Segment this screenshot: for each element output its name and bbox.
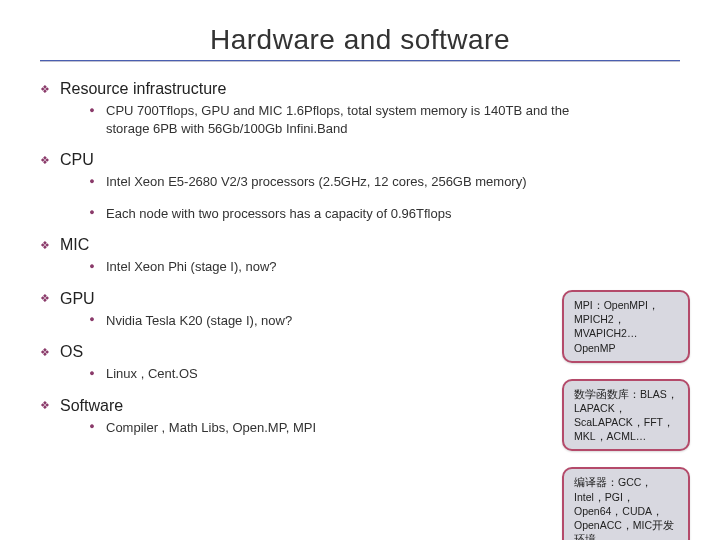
diamond-bullet-icon: ❖ <box>40 240 50 250</box>
subtext: Each node with two processors has a capa… <box>106 205 451 223</box>
subtext: Linux , Cent.OS <box>106 365 198 383</box>
list-item: ● CPU 700Tflops, GPU and MIC 1.6Pflops, … <box>88 102 680 137</box>
dot-bullet-icon: ● <box>88 106 96 114</box>
diamond-bullet-icon: ❖ <box>40 347 50 357</box>
subtext: CPU 700Tflops, GPU and MIC 1.6Pflops, to… <box>106 102 606 137</box>
diamond-bullet-icon: ❖ <box>40 84 50 94</box>
section-heading: GPU <box>60 290 95 308</box>
subtext: Intel Xeon E5-2680 V2/3 processors (2.5G… <box>106 173 527 191</box>
page-title: Hardware and software <box>40 24 680 56</box>
list-item: ● Intel Xeon Phi (stage I), now? <box>88 258 680 276</box>
info-box-mathlibs: 数学函数库：BLAS，LAPACK，ScaLAPACK，FFT，MKL，ACML… <box>562 379 690 452</box>
info-box-mpi: MPI：OpenMPI，MPICH2，MVAPICH2… OpenMP <box>562 290 690 363</box>
dot-bullet-icon: ● <box>88 369 96 377</box>
list-item: ● Intel Xeon E5-2680 V2/3 processors (2.… <box>88 173 680 191</box>
section-heading: OS <box>60 343 83 361</box>
subtext: Nvidia Tesla K20 (stage I), now? <box>106 312 292 330</box>
sublist: ● Intel Xeon E5-2680 V2/3 processors (2.… <box>40 173 680 222</box>
subtext: Compiler , Math Libs, Open.MP, MPI <box>106 419 316 437</box>
diamond-bullet-icon: ❖ <box>40 155 50 165</box>
content-area: ❖ Resource infrastructure ● CPU 700Tflop… <box>40 80 680 436</box>
sublist: ● Intel Xeon Phi (stage I), now? <box>40 258 680 276</box>
section-heading: MIC <box>60 236 89 254</box>
section-cpu: ❖ CPU ● Intel Xeon E5-2680 V2/3 processo… <box>40 151 680 222</box>
side-box-group: MPI：OpenMPI，MPICH2，MVAPICH2… OpenMP 数学函数… <box>562 290 690 540</box>
section-heading: Software <box>60 397 123 415</box>
diamond-bullet-icon: ❖ <box>40 401 50 411</box>
dot-bullet-icon: ● <box>88 423 96 431</box>
dot-bullet-icon: ● <box>88 209 96 217</box>
section-row: ❖ MIC <box>40 236 680 254</box>
title-underline <box>40 60 680 62</box>
slide: Hardware and software ❖ Resource infrast… <box>0 0 720 540</box>
section-resource: ❖ Resource infrastructure ● CPU 700Tflop… <box>40 80 680 137</box>
list-item: ● Each node with two processors has a ca… <box>88 205 680 223</box>
dot-bullet-icon: ● <box>88 177 96 185</box>
section-mic: ❖ MIC ● Intel Xeon Phi (stage I), now? <box>40 236 680 276</box>
sublist: ● CPU 700Tflops, GPU and MIC 1.6Pflops, … <box>40 102 680 137</box>
diamond-bullet-icon: ❖ <box>40 294 50 304</box>
subtext: Intel Xeon Phi (stage I), now? <box>106 258 277 276</box>
section-row: ❖ CPU <box>40 151 680 169</box>
section-heading: CPU <box>60 151 94 169</box>
info-box-compilers: 编译器：GCC，Intel，PGI，Open64，CUDA，OpenACC，MI… <box>562 467 690 540</box>
section-row: ❖ Resource infrastructure <box>40 80 680 98</box>
dot-bullet-icon: ● <box>88 316 96 324</box>
section-heading: Resource infrastructure <box>60 80 226 98</box>
dot-bullet-icon: ● <box>88 262 96 270</box>
